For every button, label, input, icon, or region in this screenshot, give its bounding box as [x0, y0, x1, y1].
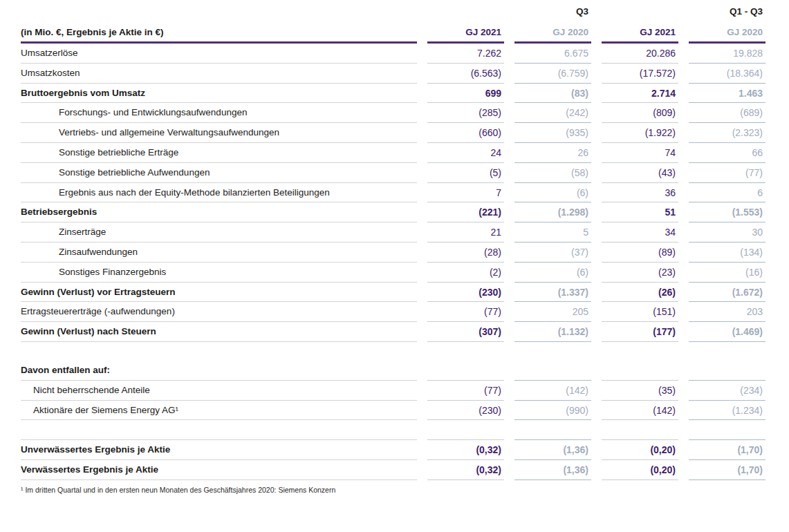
value-cell: (0,32)	[427, 460, 504, 480]
value-cell: 205	[514, 302, 591, 322]
value-cell: 2.714	[602, 84, 678, 104]
value-cell: (230)	[427, 283, 504, 303]
row-label: Gewinn (Verlust) nach Steuern	[21, 322, 417, 342]
value-cell: (1.553)	[689, 202, 765, 222]
value-cell: (307)	[427, 322, 504, 342]
table-row: Forschungs- und Entwicklungsaufwendungen…	[21, 103, 765, 123]
row-label: Aktionäre der Siemens Energy AG¹	[21, 401, 417, 421]
row-label: Sonstige betriebliche Erträge	[21, 143, 417, 163]
table-row: Ertragsteuererträge (-aufwendungen)(77)2…	[21, 302, 765, 322]
column-header-row: (in Mio. €, Ergebnis je Aktie in €) GJ 2…	[21, 25, 765, 44]
income-statement-page: Q3 Q1 - Q3 (in Mio. €, Ergebnis je Aktie…	[0, 0, 789, 532]
row-label: Sonstiges Finanzergebnis	[21, 263, 417, 283]
value-cell: (1.298)	[514, 202, 591, 222]
value-cell: (1.672)	[689, 283, 765, 303]
table-row: Umsatzkosten(6.563)(6.759)(17.572)(18.36…	[21, 64, 765, 84]
value-cell: (0,20)	[602, 460, 678, 480]
table-row: Zinserträge2153430	[21, 222, 765, 243]
value-cell: (935)	[514, 123, 591, 143]
table-row: Bruttoergebnis vom Umsatz699(83)2.7141.4…	[21, 84, 765, 104]
value-cell: 26	[514, 143, 591, 163]
value-cell: (1.922)	[602, 123, 678, 143]
value-cell: 51	[602, 202, 678, 222]
value-cell: 7	[427, 183, 504, 203]
footnote: ¹ Im dritten Quartal und in den ersten n…	[21, 486, 765, 495]
value-cell: (134)	[689, 243, 765, 263]
value-cell: (689)	[689, 103, 765, 123]
value-cell: (1,70)	[689, 460, 765, 480]
value-cell: 34	[602, 222, 678, 243]
value-cell: (1.337)	[514, 283, 591, 303]
table-row: Sonstige betriebliche Aufwendungen(5)(58…	[21, 163, 765, 183]
row-label: Betriebsergebnis	[21, 202, 417, 222]
value-cell: (142)	[514, 381, 591, 401]
column-header-gj2020-q1q3: GJ 2020	[689, 25, 765, 44]
value-cell: (17.572)	[602, 64, 678, 84]
row-label: Verwässertes Ergebnis je Aktie	[21, 460, 417, 480]
value-cell: (77)	[427, 381, 504, 401]
table-row: Ergebnis aus nach der Equity-Methode bil…	[21, 183, 765, 203]
value-cell: (1.234)	[689, 401, 765, 421]
row-label: Zinsaufwendungen	[21, 243, 417, 263]
period-group-header-row: Q3 Q1 - Q3	[21, 6, 765, 25]
value-cell: (5)	[427, 163, 504, 183]
value-cell	[602, 420, 678, 440]
table-row: Sonstiges Finanzergebnis(2)(6)(23)(16)	[21, 263, 765, 283]
table-row: Aktionäre der Siemens Energy AG¹(230)(99…	[21, 401, 765, 421]
value-cell: (18.364)	[689, 64, 765, 84]
value-cell: 19.828	[689, 44, 765, 64]
value-cell: (35)	[602, 381, 678, 401]
value-cell: (1.469)	[689, 322, 765, 342]
table-row: Sonstige betriebliche Erträge24267466	[21, 143, 765, 163]
column-header-gj2021-q3: GJ 2021	[427, 25, 504, 44]
value-cell: (16)	[689, 263, 765, 283]
table-row: Davon entfallen auf:	[21, 361, 765, 381]
value-cell	[602, 361, 678, 381]
value-cell: 6	[689, 183, 765, 203]
value-cell	[427, 420, 504, 440]
table-gap	[21, 342, 765, 361]
table-body: Umsatzerlöse7.2626.67520.28619.828Umsatz…	[21, 44, 765, 480]
group-header-spacer	[21, 6, 417, 25]
table-row: Gewinn (Verlust) nach Steuern(307)(1.132…	[21, 322, 765, 342]
value-cell: (809)	[602, 103, 678, 123]
table-row: Betriebsergebnis(221)(1.298)51(1.553)	[21, 202, 765, 222]
value-cell: (89)	[602, 243, 678, 263]
value-cell: 7.262	[427, 44, 504, 64]
value-cell: 30	[689, 222, 765, 243]
value-cell: (6.759)	[514, 64, 591, 84]
row-label: Forschungs- und Entwicklungsaufwendungen	[21, 103, 417, 123]
value-cell: 24	[427, 143, 504, 163]
value-cell	[514, 361, 591, 381]
unit-header: (in Mio. €, Ergebnis je Aktie in €)	[21, 25, 417, 44]
value-cell: (43)	[602, 163, 678, 183]
table-spacer-row	[21, 420, 765, 440]
value-cell: 1.463	[689, 84, 765, 104]
row-label: Gewinn (Verlust) vor Ertragsteuern	[21, 283, 417, 303]
row-label	[21, 420, 417, 440]
row-label: Nicht beherrschende Anteile	[21, 381, 417, 401]
value-cell	[689, 420, 765, 440]
group-header-q1-q3: Q1 - Q3	[689, 6, 765, 25]
row-label: Davon entfallen auf:	[21, 361, 417, 381]
value-cell: 66	[689, 143, 765, 163]
value-cell: (1,70)	[689, 440, 765, 460]
group-header-q3: Q3	[514, 6, 591, 25]
value-cell: (177)	[602, 322, 678, 342]
table-row: Gewinn (Verlust) vor Ertragsteuern(230)(…	[21, 283, 765, 303]
value-cell: (1,36)	[514, 460, 591, 480]
table-row: Umsatzerlöse7.2626.67520.28619.828	[21, 44, 765, 64]
value-cell: 20.286	[602, 44, 678, 64]
value-cell: (660)	[427, 123, 504, 143]
value-cell: (37)	[514, 243, 591, 263]
table-row: Nicht beherrschende Anteile(77)(142)(35)…	[21, 381, 765, 401]
value-cell: (6)	[514, 263, 591, 283]
value-cell: 6.675	[514, 44, 591, 64]
value-cell: (1,36)	[514, 440, 591, 460]
row-label: Bruttoergebnis vom Umsatz	[21, 84, 417, 104]
value-cell: (142)	[602, 401, 678, 421]
group-header-spacer	[602, 6, 678, 25]
value-cell: 5	[514, 222, 591, 243]
value-cell: (221)	[427, 202, 504, 222]
value-cell: 203	[689, 302, 765, 322]
